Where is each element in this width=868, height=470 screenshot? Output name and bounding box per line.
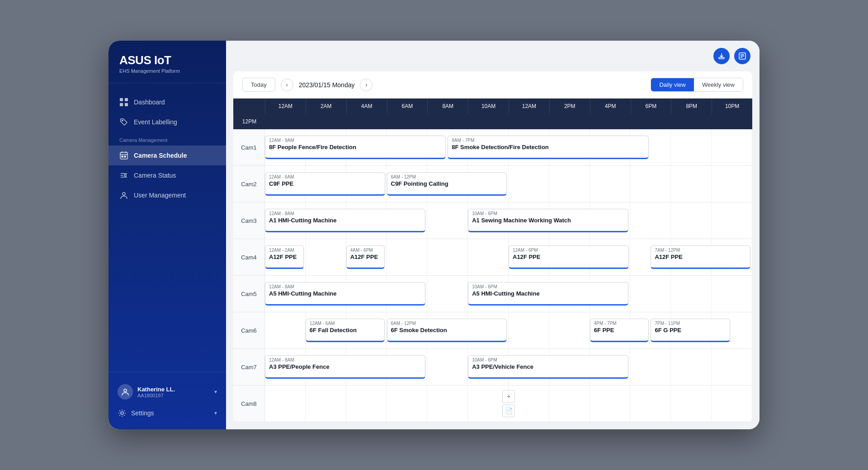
- time-label: 6PM: [631, 99, 671, 114]
- time-header-empty: [233, 99, 265, 114]
- schedule-bar[interactable]: 9AM - 7PM8F Smoke Detection/Fire Detecti…: [448, 136, 649, 159]
- settings-row[interactable]: Settings ▾: [108, 404, 226, 422]
- camera-timeline[interactable]: +📄: [265, 385, 752, 422]
- user-icon: [119, 191, 128, 200]
- schedule-bar[interactable]: 12AM - 8AMA5 HMI-Cutting Machine: [265, 282, 425, 306]
- time-label: 4AM: [346, 99, 387, 114]
- schedule-bar[interactable]: 12AM - 6PMA12F PPE: [509, 245, 629, 269]
- sidebar-item-camera-status[interactable]: Camera Status: [108, 165, 226, 185]
- prev-button[interactable]: ‹: [281, 79, 293, 91]
- bar-time: 12AM - 6AM: [269, 174, 381, 179]
- bar-name: A12F PPE: [655, 254, 682, 260]
- schedule-bar[interactable]: 10AM - 6PMA1 Sewing Machine Working Watc…: [468, 209, 628, 232]
- bar-time: 12AM - 6AM: [310, 321, 381, 326]
- view-toggle: Daily view Weekly view: [651, 78, 743, 92]
- svg-rect-3: [125, 103, 128, 106]
- schedule-bar[interactable]: 4PM - 7PM6F PPE: [590, 319, 649, 342]
- schedule-bar[interactable]: 12AM - 2AMA12F PPE: [265, 245, 304, 269]
- bar-time: 4AM - 6PM: [350, 248, 381, 253]
- sidebar-item-event-labelling[interactable]: Event Labelling: [108, 112, 226, 132]
- bar-time: 4PM - 7PM: [594, 321, 645, 326]
- sidebar-item-dashboard[interactable]: Dashboard: [108, 92, 226, 112]
- camera-timeline[interactable]: 12AM - 8AMA1 HMI-Cutting Machine10AM - 6…: [265, 202, 752, 239]
- bar-name: A12F PPE: [350, 254, 378, 260]
- schedule-bar[interactable]: 6AM - 12PMC9F Pointing Calling: [387, 172, 507, 196]
- time-label: 10PM: [712, 99, 752, 114]
- bar-name: 6F G PPE: [655, 327, 681, 334]
- camera-timeline[interactable]: 12AM - 8AMA3 PPE/People Fence10AM - 6PMA…: [265, 349, 752, 385]
- schedule-bar[interactable]: 6AM - 12PM6F Smoke Detection: [387, 319, 507, 342]
- svg-point-17: [121, 412, 123, 414]
- schedule-bar[interactable]: 12AM - 6AM6F Fall Detection: [306, 319, 385, 342]
- calendar-icon: [119, 151, 128, 160]
- camera-row-cam3: Cam312AM - 8AMA1 HMI-Cutting Machine10AM…: [233, 202, 752, 239]
- add-schedule-button[interactable]: +: [502, 390, 515, 403]
- camera-label: Cam4: [233, 239, 265, 275]
- bar-time: 12AM - 2AM: [269, 248, 300, 253]
- export-button[interactable]: [734, 48, 750, 64]
- file-button[interactable]: 📄: [502, 404, 515, 417]
- top-bar: [226, 41, 760, 71]
- bar-time: 12AM - 6PM: [513, 248, 625, 253]
- camera-label: Cam8: [233, 385, 265, 422]
- camera-row-cam5: Cam512AM - 8AMA5 HMI-Cutting Machine10AM…: [233, 276, 752, 312]
- bar-time: 10AM - 6PM: [472, 211, 624, 216]
- sidebar-item-camera-schedule[interactable]: Camera Schedule: [108, 146, 226, 165]
- svg-rect-0: [120, 98, 123, 101]
- camera-timeline[interactable]: 12AM - 6AMC9F PPE6AM - 12PMC9F Pointing …: [265, 166, 752, 202]
- schedule-bar[interactable]: 12AM - 8AMA3 PPE/People Fence: [265, 355, 425, 379]
- svg-point-4: [122, 120, 123, 121]
- bar-name: A3 PPE/Vehicle Fence: [472, 363, 533, 370]
- camera-management-section: Camera Management: [108, 132, 226, 146]
- camera-timeline[interactable]: 12AM - 8AMA5 HMI-Cutting Machine10AM - 6…: [265, 276, 752, 312]
- tag-icon: [119, 118, 128, 127]
- time-label: 12AM: [265, 99, 306, 114]
- status-icon: [119, 171, 128, 180]
- sidebar-bottom: Katherine LL. AA1800197 ▾ Settings ▾: [108, 372, 226, 429]
- camera-timeline[interactable]: 12AM - 2AMA12F PPE4AM - 6PMA12F PPE12AM …: [265, 239, 752, 275]
- weekly-view-button[interactable]: Weekly view: [694, 78, 743, 91]
- camera-row-cam4: Cam412AM - 2AMA12F PPE4AM - 6PMA12F PPE1…: [233, 239, 752, 276]
- bar-time: 12AM - 8AM: [269, 284, 421, 289]
- user-row[interactable]: Katherine LL. AA1800197 ▾: [108, 380, 226, 404]
- schedule-bar[interactable]: 12AM - 8AMA1 HMI-Cutting Machine: [265, 209, 425, 232]
- sidebar-item-user-management[interactable]: User Management: [108, 185, 226, 205]
- camera-label: Cam5: [233, 276, 265, 312]
- camera-timeline[interactable]: 12AM - 6AM6F Fall Detection6AM - 12PM6F …: [265, 312, 752, 348]
- download-button[interactable]: [713, 48, 730, 64]
- schedule-bar[interactable]: 4AM - 6PMA12F PPE: [346, 245, 385, 269]
- time-label: 4PM: [590, 99, 631, 114]
- dashboard-label: Dashboard: [134, 99, 165, 106]
- time-label: 8PM: [671, 99, 712, 114]
- next-button[interactable]: ›: [360, 79, 373, 91]
- time-label: 12AM: [509, 99, 549, 114]
- time-header-row: 12AM2AM4AM6AM8AM10AM12AM2PM4PM6PM8PM10PM…: [233, 99, 752, 129]
- download-icon: [718, 52, 725, 60]
- svg-point-15: [123, 193, 125, 195]
- bar-name: 6F Fall Detection: [310, 327, 357, 334]
- schedule-bar[interactable]: 10AM - 6PMA5 HMI-Cutting Machine: [468, 282, 628, 306]
- daily-view-button[interactable]: Daily view: [651, 78, 694, 91]
- bar-name: A12F PPE: [513, 254, 540, 260]
- schedule-bar[interactable]: 7PM - 11PM6F G PPE: [651, 319, 730, 342]
- time-label: 2AM: [306, 99, 346, 114]
- schedule-bar[interactable]: 12AM - 9AM8F People Fence/Fire Detection: [265, 136, 446, 159]
- logo-subtitle: EHS Management Platform: [119, 68, 215, 74]
- camera-label: Cam7: [233, 349, 265, 385]
- nav-items: Dashboard Event Labelling Camera Managem…: [108, 83, 226, 372]
- content-area: Today ‹ 2023/01/15 Monday › Daily view W…: [233, 71, 752, 422]
- today-button[interactable]: Today: [242, 78, 275, 92]
- schedule-bar[interactable]: 12AM - 6AMC9F PPE: [265, 172, 385, 196]
- dashboard-icon: [119, 98, 128, 107]
- time-label: 10AM: [468, 99, 509, 114]
- time-label: 8AM: [427, 99, 468, 114]
- user-id: AA1800197: [137, 393, 210, 398]
- camera-row-cam1: Cam112AM - 9AM8F People Fence/Fire Detec…: [233, 129, 752, 166]
- schedule-bar[interactable]: 7AM - 12PMA12F PPE: [651, 245, 750, 269]
- camera-timeline[interactable]: 12AM - 9AM8F People Fence/Fire Detection…: [265, 129, 752, 165]
- time-label: 2PM: [549, 99, 590, 114]
- bar-name: 6F PPE: [594, 327, 614, 334]
- schedule-bar[interactable]: 10AM - 6PMA3 PPE/Vehicle Fence: [468, 355, 628, 379]
- bar-name: 8F People Fence/Fire Detection: [269, 144, 356, 150]
- bar-name: A1 Sewing Machine Working Watch: [472, 217, 571, 224]
